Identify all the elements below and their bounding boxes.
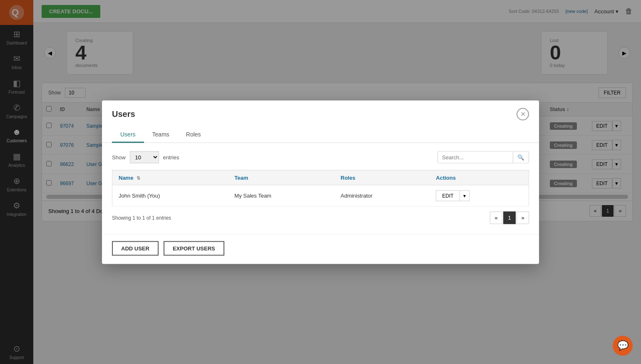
modal-tabs: Users Teams Roles: [102, 126, 539, 143]
user-row: John Smith (You) My Sales Team Administr…: [112, 185, 529, 206]
user-edit-button[interactable]: EDIT: [436, 190, 459, 201]
user-name: John Smith (You): [112, 185, 229, 206]
col-roles: Roles: [334, 170, 430, 185]
search-button[interactable]: 🔍: [513, 151, 529, 163]
col-actions: Actions: [430, 170, 529, 185]
modal-close-button[interactable]: ✕: [517, 108, 529, 120]
entries-label: entries: [163, 154, 179, 160]
tab-users[interactable]: Users: [112, 126, 144, 143]
col-team: Team: [228, 170, 334, 185]
modal-pagination: « 1 »: [490, 211, 529, 224]
support-chat-icon: 💬: [617, 340, 629, 351]
users-modal: Users ✕ Users Teams Roles Show 10 25 50 …: [102, 100, 539, 264]
modal-body: Show 10 25 50 entries 🔍 Name ⇅ Team: [102, 143, 539, 234]
entries-select[interactable]: 10 25 50: [130, 151, 159, 163]
search-box: 🔍: [437, 151, 529, 163]
col-name[interactable]: Name ⇅: [112, 170, 229, 185]
show-label: Show: [112, 154, 126, 160]
export-users-button[interactable]: EXPORT USERS: [164, 241, 224, 255]
modal-controls: Show 10 25 50 entries 🔍: [112, 151, 529, 163]
modal-header: Users ✕: [102, 100, 539, 120]
add-user-button[interactable]: ADD USER: [112, 241, 159, 255]
modal-footer: Showing 1 to 1 of 1 entries « 1 »: [112, 206, 529, 225]
user-roles: Administrator: [334, 185, 430, 206]
modal-first-page[interactable]: «: [490, 211, 502, 224]
user-actions: EDIT ▾: [430, 185, 529, 206]
showing-entries: Showing 1 to 1 of 1 entries: [112, 215, 171, 220]
search-input[interactable]: [438, 151, 513, 163]
support-chat-button[interactable]: 💬: [613, 336, 633, 356]
user-team: My Sales Team: [228, 185, 334, 206]
user-edit-dropdown[interactable]: ▾: [460, 190, 470, 201]
modal-last-page[interactable]: »: [517, 211, 529, 224]
sort-icon: ⇅: [137, 175, 140, 180]
modal-actions: ADD USER EXPORT USERS: [102, 234, 539, 264]
users-table: Name ⇅ Team Roles Actions John Smith (Yo…: [112, 170, 529, 206]
modal-page-1[interactable]: 1: [503, 211, 516, 224]
modal-title: Users: [112, 109, 135, 119]
tab-roles[interactable]: Roles: [178, 126, 209, 143]
tab-teams[interactable]: Teams: [144, 126, 178, 143]
